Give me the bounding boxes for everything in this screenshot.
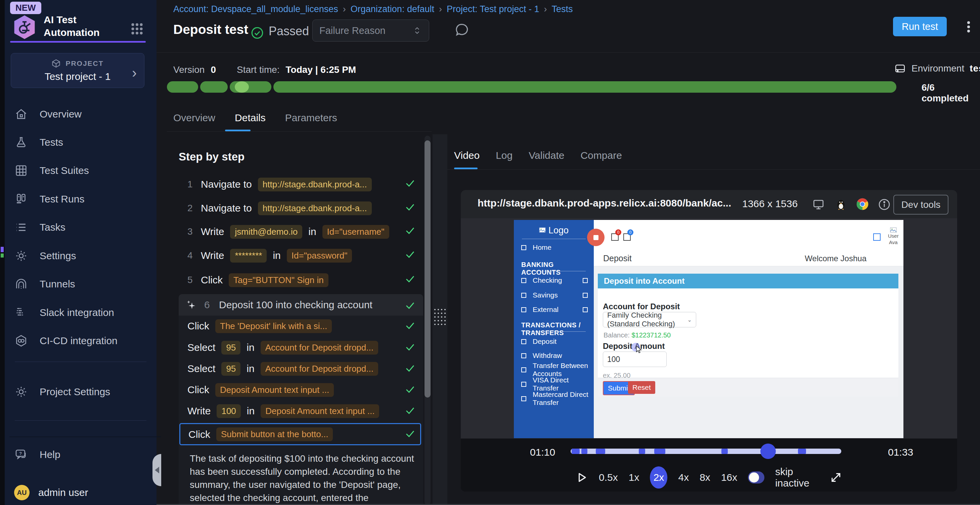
substep-row-2[interactable]: Select 95 in Account for Deposit dropd..… bbox=[188, 340, 378, 356]
play-icon[interactable] bbox=[575, 471, 588, 484]
bank-card-header: Deposit into Account bbox=[598, 274, 898, 288]
step-row-3[interactable]: 3 Write jsmith@demo.io in Id="username" bbox=[188, 224, 389, 240]
sidebar-item-label: Overview bbox=[40, 108, 82, 120]
speed-0.5x[interactable]: 0.5x bbox=[599, 472, 618, 483]
bank-page-title: Deposit bbox=[603, 254, 632, 263]
bank-nav-deposit: Deposit bbox=[514, 336, 594, 347]
step-number: 1 bbox=[188, 179, 195, 190]
step-check-icon bbox=[404, 248, 416, 260]
bullet-square-icon bbox=[521, 339, 526, 344]
tab-video[interactable]: Video bbox=[454, 150, 480, 161]
progress-segment[interactable] bbox=[200, 81, 228, 93]
run-test-button[interactable]: Run test bbox=[893, 17, 947, 36]
sidebar-item-overview[interactable]: Overview bbox=[14, 103, 148, 125]
step-row-5[interactable]: 5 Click Tag="BUTTON" Sign in bbox=[188, 272, 328, 288]
sidebar-item-test-suites[interactable]: Test Suites bbox=[14, 160, 148, 181]
sidebar-item-cicd-integration[interactable]: CI-CD integration bbox=[14, 330, 148, 351]
step-group-header[interactable]: 6 Deposit 100 into checking account bbox=[179, 294, 423, 316]
player-controls: 0.5x 1x 2x 4x 8x 16x skip inactive bbox=[575, 466, 843, 489]
substep-row-1[interactable]: Click The 'Deposit' link with a si... bbox=[188, 318, 332, 334]
app-logo-icon[interactable] bbox=[11, 14, 38, 40]
sidebar-item-help[interactable]: ? Help bbox=[14, 444, 148, 465]
substep-row-3[interactable]: Select 95 in Account for Deposit dropd..… bbox=[188, 360, 378, 377]
bank-card-footer: Submit Reset bbox=[598, 378, 898, 397]
step-action: Select bbox=[188, 363, 215, 375]
apps-grid-icon[interactable] bbox=[130, 22, 145, 36]
step-row-1[interactable]: 1 Navigate to http://stage.dbank.prod-a.… bbox=[188, 176, 372, 192]
bank-nav-visa: VISA Direct Transfer bbox=[514, 379, 594, 389]
step-row-2[interactable]: 2 Navigate to http://stage.dbank.prod-a.… bbox=[188, 200, 372, 216]
user-menu[interactable]: AU admin user bbox=[14, 485, 88, 500]
bank-nav-mastercard: Mastercard Direct Transfer bbox=[514, 393, 594, 404]
tab-details[interactable]: Details bbox=[235, 112, 266, 124]
project-card[interactable]: PROJECT Test project - 1 › bbox=[11, 53, 145, 88]
project-cube-icon bbox=[51, 59, 61, 68]
run-meta: Version 0 Start time: Today | 6:25 PM bbox=[173, 65, 356, 75]
speed-2x-active[interactable]: 2x bbox=[650, 466, 667, 489]
breadcrumb-organization[interactable]: Organization: default bbox=[351, 4, 434, 14]
svg-text:?: ? bbox=[19, 451, 22, 456]
steps-scrollbar-thumb[interactable] bbox=[425, 140, 431, 397]
tab-log[interactable]: Log bbox=[496, 150, 512, 161]
dev-tools-button[interactable]: Dev tools bbox=[893, 195, 948, 214]
bullet-square-icon bbox=[521, 278, 526, 283]
fullscreen-icon[interactable] bbox=[829, 471, 843, 484]
substep-row-4[interactable]: Click Deposit Amount text input ... bbox=[188, 382, 334, 398]
step-in-word: in bbox=[247, 342, 254, 353]
breadcrumb-separator: › bbox=[343, 4, 346, 14]
substep-row-6-selected[interactable]: Click Submit button at the botto... bbox=[179, 423, 421, 445]
step-check-icon bbox=[404, 405, 416, 416]
breadcrumb-account[interactable]: Account: Devspace_all_module_licenses bbox=[173, 4, 338, 14]
progress-segment[interactable] bbox=[167, 81, 198, 93]
sidebar-collapse-button[interactable] bbox=[153, 454, 161, 486]
tab-overview[interactable]: Overview bbox=[173, 112, 215, 124]
breadcrumb-tests[interactable]: Tests bbox=[552, 4, 573, 14]
progress-segment[interactable] bbox=[274, 81, 896, 93]
comment-icon[interactable] bbox=[454, 22, 469, 38]
sidebar-item-tasks[interactable]: Tasks bbox=[14, 217, 148, 238]
step-check-icon bbox=[404, 177, 416, 189]
step-row-4[interactable]: 4 Write ******** in Id="password" bbox=[188, 248, 352, 264]
bank-section-title: BANKING ACCOUNTS bbox=[521, 261, 594, 276]
sidebar-item-tunnels[interactable]: Tunnels bbox=[14, 273, 148, 295]
sidebar-item-slack-integration[interactable]: Slack integration bbox=[14, 302, 148, 323]
tab-parameters[interactable]: Parameters bbox=[285, 112, 337, 124]
video-viewport[interactable]: Logo Home BANKING ACCOUNTS Checking Savi… bbox=[461, 218, 957, 438]
edge-artifact-green bbox=[1, 254, 4, 257]
sidebar-item-label: Help bbox=[40, 449, 60, 461]
chevron-right-icon: › bbox=[132, 65, 137, 81]
time-current: 01:10 bbox=[530, 446, 555, 458]
timeline-playhead[interactable] bbox=[760, 443, 776, 459]
sidebar-item-test-runs[interactable]: Test Runs bbox=[14, 188, 148, 210]
user-name: admin user bbox=[38, 487, 88, 498]
skip-inactive-toggle[interactable] bbox=[748, 472, 764, 483]
panel-resize-handle[interactable] bbox=[433, 134, 447, 505]
bank-welcome-text: Welcome Joshua bbox=[805, 254, 867, 263]
step-in-word: in bbox=[308, 226, 316, 237]
kebab-menu-icon[interactable] bbox=[962, 19, 975, 34]
tab-validate[interactable]: Validate bbox=[529, 150, 564, 161]
bank-account-select: Family Checking (Standard Checking) ⌄ bbox=[603, 312, 696, 327]
timeline-track[interactable] bbox=[571, 449, 841, 454]
sidebar-item-tests[interactable]: Tests bbox=[14, 132, 148, 153]
speed-1x[interactable]: 1x bbox=[629, 472, 640, 483]
speed-4x[interactable]: 4x bbox=[678, 472, 689, 483]
speed-16x[interactable]: 16x bbox=[721, 472, 737, 483]
sidebar-item-label: Project Settings bbox=[40, 386, 110, 397]
environment-label: Environment bbox=[912, 63, 964, 74]
failure-reason-select[interactable]: Failure Reason bbox=[312, 19, 429, 41]
info-icon[interactable] bbox=[878, 198, 891, 211]
substep-row-5[interactable]: Write 100 in Deposit Amount text input .… bbox=[188, 403, 379, 419]
step-target-chip: Submit button at the botto... bbox=[216, 427, 333, 441]
sidebar-item-project-settings[interactable]: Project Settings bbox=[14, 381, 148, 403]
list-icon bbox=[14, 221, 28, 234]
tab-compare[interactable]: Compare bbox=[580, 150, 622, 161]
failure-reason-placeholder: Failure Reason bbox=[320, 25, 385, 36]
speed-8x[interactable]: 8x bbox=[700, 472, 710, 483]
step-in-word: in bbox=[247, 405, 255, 417]
bullet-square-icon bbox=[583, 307, 588, 312]
step-target-chip: Account for Deposit dropd... bbox=[261, 341, 378, 354]
sidebar-item-settings[interactable]: Settings bbox=[14, 245, 148, 267]
breadcrumb-project[interactable]: Project: Test project - 1 bbox=[447, 4, 539, 14]
tabs-divider bbox=[167, 131, 431, 132]
